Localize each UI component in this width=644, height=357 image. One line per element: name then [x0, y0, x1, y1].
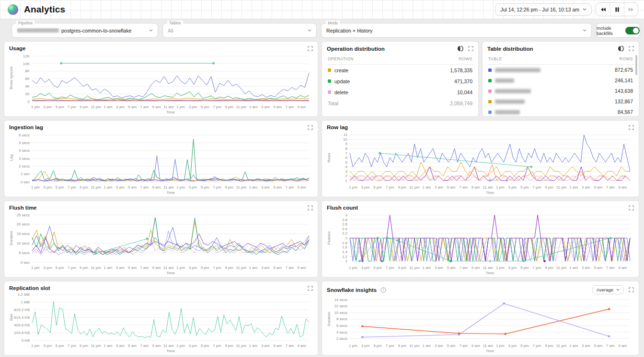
- expand-button[interactable]: [629, 125, 634, 130]
- expand-button[interactable]: [629, 205, 634, 211]
- svg-text:Rows: Rows: [327, 153, 331, 162]
- pause-button[interactable]: [610, 3, 624, 16]
- date-range-picker[interactable]: Jul 14, 12:26 pm - Jul 16, 10:13 am: [495, 3, 592, 16]
- svg-text:7 am: 7 am: [459, 185, 468, 190]
- aggregation-select[interactable]: Average: [592, 285, 624, 294]
- svg-text:25 secs: 25 secs: [16, 213, 30, 217]
- row-lag-chart: 12345678910111 pm3 pm5 pm7 pm9 pm11 pm1 …: [327, 130, 634, 195]
- flush-count-card: Flush count 11.21.41.61.822.22.42.62.831…: [322, 201, 639, 278]
- total-row: Total 2,059,749: [327, 98, 473, 109]
- svg-text:5 secs: 5 secs: [19, 141, 30, 145]
- expand-button[interactable]: [308, 125, 313, 130]
- svg-text:7 pm: 7 pm: [213, 344, 221, 348]
- svg-text:1 am: 1 am: [423, 185, 431, 190]
- flush-count-title: Flush count: [327, 205, 358, 211]
- replication-slot-card: Replication slot 0 KB204.8 KB409.6 KB614…: [4, 281, 318, 356]
- tables-select[interactable]: Tables All: [162, 23, 317, 38]
- svg-text:3 pm: 3 pm: [43, 344, 52, 348]
- svg-text:9 am: 9 am: [472, 185, 480, 190]
- expand-button[interactable]: [308, 46, 313, 51]
- svg-text:10: 10: [343, 137, 347, 142]
- svg-text:Time: Time: [166, 110, 175, 114]
- svg-text:11 pm: 11 pm: [236, 105, 246, 109]
- svg-text:7 pm: 7 pm: [68, 185, 76, 190]
- svg-text:3 pm: 3 pm: [43, 185, 52, 190]
- app-logo: [8, 4, 18, 15]
- svg-text:9 am: 9 am: [152, 344, 161, 348]
- svg-text:3: 3: [345, 169, 348, 174]
- expand-icon: [308, 125, 313, 130]
- svg-text:3 pm: 3 pm: [361, 185, 370, 190]
- svg-text:1 pm: 1 pm: [31, 344, 40, 348]
- svg-text:11 pm: 11 pm: [409, 344, 420, 348]
- svg-text:1 pm: 1 pm: [349, 344, 357, 348]
- expand-icon: [308, 46, 313, 51]
- expand-button[interactable]: [308, 205, 313, 211]
- svg-text:9 pm: 9 pm: [225, 185, 233, 190]
- include-backfills-toggle[interactable]: [625, 27, 640, 34]
- svg-text:5 am: 5 am: [128, 344, 137, 348]
- expand-button[interactable]: [468, 46, 473, 51]
- svg-text:7 pm: 7 pm: [533, 266, 541, 270]
- svg-text:3 am: 3 am: [261, 105, 270, 109]
- series-color-swatch: [328, 90, 331, 94]
- tables-value: All: [168, 28, 173, 33]
- expand-button[interactable]: [308, 286, 313, 291]
- svg-text:1.4: 1.4: [342, 250, 348, 254]
- expand-icon: [629, 287, 634, 292]
- svg-text:7 am: 7 am: [286, 266, 294, 270]
- svg-text:1 pm: 1 pm: [176, 105, 185, 109]
- svg-text:Time: Time: [166, 271, 175, 275]
- svg-text:6 secs: 6 secs: [336, 324, 347, 328]
- svg-text:7 pm: 7 pm: [68, 344, 76, 348]
- svg-text:1 pm: 1 pm: [176, 344, 185, 348]
- scrollbar[interactable]: [635, 55, 637, 75]
- ingestion-lag-chart: 0 sec1 sec2 secs3 secs4 secs5 secs6 secs…: [9, 130, 313, 195]
- expand-button[interactable]: [629, 287, 634, 292]
- table-row: 872,675: [487, 65, 634, 75]
- pie-view-toggle[interactable]: [618, 45, 624, 52]
- column-header-rows: ROWS: [620, 56, 633, 61]
- pie-view-toggle[interactable]: [457, 45, 463, 52]
- svg-text:3 am: 3 am: [261, 185, 270, 190]
- svg-text:Time: Time: [166, 190, 175, 195]
- help-icon[interactable]: ?: [380, 287, 386, 293]
- chevron-down-icon: [583, 8, 586, 11]
- svg-text:5 pm: 5 pm: [56, 185, 64, 190]
- svg-text:3 pm: 3 pm: [188, 105, 197, 109]
- flush-time-card: Flush time 0 sec5 secs10 secs15 secs20 s…: [4, 201, 318, 278]
- svg-text:409.6 KB: 409.6 KB: [14, 323, 30, 327]
- usage-chart: 02K4K6K8K10K12K1 pm3 pm5 pm7 pm9 pm11 pm…: [9, 51, 313, 114]
- svg-text:7 am: 7 am: [459, 266, 468, 270]
- operation-name: create: [334, 67, 348, 73]
- svg-text:Lag: Lag: [9, 155, 13, 161]
- fast-forward-button[interactable]: [624, 3, 638, 16]
- expand-button[interactable]: [629, 46, 634, 51]
- pipeline-select[interactable]: Pipeline postgres-common-to-snowflake: [12, 23, 158, 38]
- row-lag-title: Row lag: [327, 124, 348, 130]
- svg-text:5 pm: 5 pm: [201, 266, 209, 270]
- expand-icon: [629, 125, 634, 130]
- svg-text:1 pm: 1 pm: [496, 185, 505, 190]
- svg-text:3 pm: 3 pm: [188, 344, 197, 348]
- svg-text:0 sec: 0 sec: [21, 180, 30, 184]
- mode-select[interactable]: Mode Replication + History: [321, 23, 592, 38]
- series-color-swatch: [488, 89, 492, 93]
- svg-text:1 am: 1 am: [249, 344, 258, 348]
- svg-text:14 secs: 14 secs: [334, 298, 347, 302]
- operation-name: update: [334, 78, 350, 84]
- svg-text:3 pm: 3 pm: [508, 185, 517, 190]
- svg-text:10K: 10K: [23, 62, 30, 66]
- svg-text:3 pm: 3 pm: [361, 266, 370, 270]
- chevron-down-icon: [308, 29, 311, 32]
- svg-text:4: 4: [345, 165, 348, 169]
- table-distribution-card: Table distribution TABLE ROWS 872,675 24…: [482, 41, 639, 117]
- rewind-button[interactable]: [596, 3, 610, 16]
- expand-icon: [308, 286, 313, 291]
- series-color-swatch: [488, 100, 492, 103]
- svg-text:Size: Size: [9, 313, 13, 321]
- series-color-swatch: [328, 79, 331, 83]
- svg-text:11 pm: 11 pm: [91, 185, 101, 190]
- svg-text:11 pm: 11 pm: [236, 344, 246, 348]
- svg-text:5 am: 5 am: [273, 185, 282, 190]
